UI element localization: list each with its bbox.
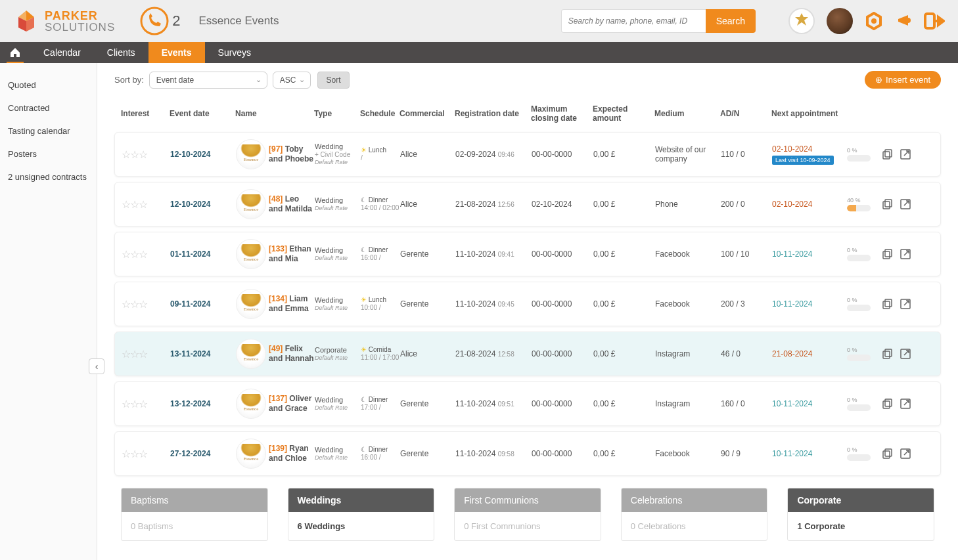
sort-dir-select[interactable]: ASC ⌄ <box>273 72 311 89</box>
user-avatar[interactable] <box>827 8 853 34</box>
copy-icon[interactable] <box>881 198 893 210</box>
copy-icon[interactable] <box>881 248 893 260</box>
notification-bell-icon[interactable] <box>895 12 912 30</box>
name-cell[interactable]: Essence [134] Liam and Emma <box>236 289 315 319</box>
col-adn[interactable]: AD/N <box>720 109 771 118</box>
search-input[interactable] <box>561 9 706 33</box>
adn-cell: 160 / 0 <box>721 399 772 408</box>
interest-stars[interactable]: ☆☆☆ <box>122 398 170 410</box>
settings-hex-icon[interactable] <box>865 12 883 30</box>
name-cell[interactable]: Essence [97] Toby and Phoebe <box>236 139 315 169</box>
sort-field-value: Event date <box>156 75 194 85</box>
search-button[interactable]: Search <box>706 9 756 33</box>
commercial-cell: Gerente <box>400 449 455 458</box>
open-icon[interactable] <box>900 298 911 310</box>
table-row[interactable]: ☆☆☆ 27-12-2024 Essence [139] Ryan and Ch… <box>114 431 941 476</box>
copy-icon[interactable] <box>881 448 893 460</box>
col-schedule[interactable]: Schedule <box>360 109 399 118</box>
summary-card[interactable]: Celebrations 0 Celebrations <box>621 488 768 541</box>
table-row[interactable]: ☆☆☆ 13-11-2024 Essence [49] Felix and Ha… <box>114 332 941 376</box>
sort-field-select[interactable]: Event date ⌄ <box>149 72 267 89</box>
col-medium[interactable]: Medium <box>654 109 720 118</box>
col-expected[interactable]: Expected amount <box>593 104 654 123</box>
interest-stars[interactable]: ☆☆☆ <box>122 148 170 161</box>
medium-cell: Facebook <box>655 449 721 458</box>
logout-icon[interactable] <box>924 12 945 30</box>
interest-stars[interactable]: ☆☆☆ <box>122 448 170 460</box>
col-max-closing[interactable]: Maximum closing date <box>531 104 593 123</box>
nav-home[interactable] <box>0 42 30 63</box>
table-row[interactable]: ☆☆☆ 12-10-2024 Essence [48] Leo and Mati… <box>114 182 941 226</box>
svg-point-2 <box>905 18 911 23</box>
table-row[interactable]: ☆☆☆ 12-10-2024 Essence [97] Toby and Pho… <box>114 132 941 177</box>
sidebar-item-tasting[interactable]: Tasting calendar <box>0 119 97 142</box>
copy-icon[interactable] <box>881 148 893 160</box>
sort-by-label: Sort by: <box>114 75 144 85</box>
open-icon[interactable] <box>900 448 911 460</box>
table-row[interactable]: ☆☆☆ 09-11-2024 Essence [134] Liam and Em… <box>114 282 941 326</box>
col-registration[interactable]: Registration date <box>455 109 531 118</box>
svg-rect-22 <box>883 451 890 458</box>
summary-card[interactable]: Corporate 1 Corporate <box>787 488 934 541</box>
name-cell[interactable]: Essence [133] Ethan and Mia <box>236 239 315 269</box>
summary-card[interactable]: Baptisms 0 Baptisms <box>121 488 268 541</box>
summary-body: 0 Baptisms <box>122 512 267 540</box>
table-row[interactable]: ☆☆☆ 13-12-2024 Essence [137] Oliver and … <box>114 381 941 426</box>
table-header: Interest Event date Name Type Schedule C… <box>114 95 941 132</box>
col-name[interactable]: Name <box>235 109 314 118</box>
copy-icon[interactable] <box>881 348 893 360</box>
logo-text: PARKER SOLUTIONS <box>45 10 115 33</box>
type-cell: WeddingDefault Rate <box>315 196 361 212</box>
name-cell[interactable]: Essence [139] Ryan and Chloe <box>236 439 315 469</box>
action-cell <box>881 348 934 360</box>
action-cell <box>881 448 934 460</box>
copy-icon[interactable] <box>881 298 893 310</box>
nav-calendar[interactable]: Calendar <box>30 42 94 63</box>
table-row[interactable]: ☆☆☆ 01-11-2024 Essence [133] Ethan and M… <box>114 232 941 276</box>
nav-events[interactable]: Events <box>148 42 205 63</box>
action-cell <box>881 298 934 310</box>
sidebar-item-contracted[interactable]: Contracted <box>0 97 97 119</box>
col-next[interactable]: Next appointment <box>771 109 846 118</box>
summary-card[interactable]: Weddings 6 Weddings <box>288 488 435 541</box>
nav-clients[interactable]: Clients <box>94 42 148 63</box>
insert-event-button[interactable]: ⊕ Insert event <box>865 71 941 89</box>
chevron-down-icon: ⌄ <box>256 75 262 84</box>
col-event-date[interactable]: Event date <box>170 109 235 118</box>
col-commercial[interactable]: Commercial <box>399 109 455 118</box>
sidebar-item-unsigned[interactable]: 2 unsigned contracts <box>0 165 97 188</box>
name-cell[interactable]: Essence [48] Leo and Matilda <box>236 189 315 219</box>
expected-cell: 0,00 £ <box>593 150 655 159</box>
open-icon[interactable] <box>900 398 911 410</box>
col-interest[interactable]: Interest <box>121 109 170 118</box>
open-icon[interactable] <box>900 198 911 210</box>
open-icon[interactable] <box>900 248 911 260</box>
chevron-left-icon: ‹ <box>95 361 99 372</box>
adn-cell: 46 / 0 <box>721 349 772 358</box>
copy-icon[interactable] <box>881 398 893 410</box>
sun-icon: ☀ <box>361 296 367 303</box>
sidebar-item-posters[interactable]: Posters <box>0 142 97 165</box>
name-cell[interactable]: Essence [137] Oliver and Grace <box>236 389 315 419</box>
sort-button[interactable]: Sort <box>317 72 349 89</box>
summary-card[interactable]: First Communions 0 First Communions <box>454 488 601 541</box>
phone-badge[interactable]: 2 <box>138 5 180 37</box>
name-cell[interactable]: Essence [49] Felix and Hannah <box>236 339 315 369</box>
type-cell: WeddingDefault Rate <box>315 446 361 462</box>
logo[interactable]: PARKER SOLUTIONS <box>13 8 115 34</box>
nav-surveys[interactable]: Surveys <box>205 42 265 63</box>
interest-stars[interactable]: ☆☆☆ <box>122 248 170 261</box>
sidebar-collapse-button[interactable]: ‹ <box>89 358 104 374</box>
sidebar-item-quoted[interactable]: Quoted <box>0 74 97 97</box>
expected-cell: 0,00 £ <box>593 349 655 358</box>
interest-stars[interactable]: ☆☆☆ <box>122 198 170 211</box>
last-visit-badge: Last visit 10-09-2024 <box>772 156 834 165</box>
interest-stars[interactable]: ☆☆☆ <box>122 298 170 311</box>
venue-logo-icon: Essence <box>236 389 266 419</box>
plus-circle-icon: ⊕ <box>875 75 882 85</box>
venue-avatar[interactable] <box>788 8 815 34</box>
col-type[interactable]: Type <box>314 109 360 118</box>
interest-stars[interactable]: ☆☆☆ <box>122 348 170 360</box>
open-icon[interactable] <box>900 148 911 160</box>
open-icon[interactable] <box>900 348 911 360</box>
